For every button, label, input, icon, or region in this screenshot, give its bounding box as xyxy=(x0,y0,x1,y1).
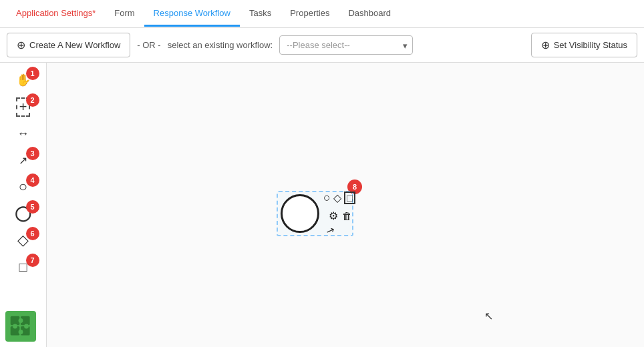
tool-circle-thick[interactable]: ◯ 5 xyxy=(5,202,42,226)
mini-rect-icon[interactable]: □ xyxy=(344,192,355,204)
nav-item-dashboard[interactable]: Dashboard xyxy=(339,1,400,27)
visibility-label: Set Visibility Status xyxy=(554,40,627,50)
nav-bar: Application Settings Form Response Workf… xyxy=(0,0,644,28)
canvas-area[interactable]: 8 ○ ◇ □ ⚙ 🗑 ↗ ↖ xyxy=(47,63,644,347)
move-icon: ↔ xyxy=(17,127,29,141)
tool-badge-3: 3 xyxy=(26,147,39,160)
nav-item-tasks[interactable]: Tasks xyxy=(240,1,281,27)
tool-connect[interactable]: ↗ 3 xyxy=(5,148,42,172)
nav-item-form[interactable]: Form xyxy=(105,1,144,27)
tool-move[interactable]: ↔ xyxy=(5,121,42,145)
mini-toolbar-top: ○ ◇ □ xyxy=(323,191,355,205)
create-workflow-button[interactable]: ⊕ Create A New Workflow xyxy=(7,33,130,57)
plus-circle-icon: ⊕ xyxy=(17,39,25,51)
tool-badge-1: 1 xyxy=(26,67,39,80)
tool-badge-2: 2 xyxy=(26,93,39,107)
create-workflow-label: Create A New Workflow xyxy=(29,40,120,50)
select-label: select an existing workflow: xyxy=(168,40,273,50)
tool-diamond[interactable]: ◇ 6 xyxy=(5,228,42,252)
workflow-select-wrapper[interactable]: --Please select-- xyxy=(279,35,413,55)
workflow-select[interactable]: --Please select-- xyxy=(279,35,413,55)
or-text: - OR - xyxy=(137,40,160,50)
tool-rect[interactable]: □ 7 xyxy=(5,255,42,279)
nav-item-app-settings[interactable]: Application Settings xyxy=(7,1,105,27)
svg-rect-0 xyxy=(11,316,20,326)
svg-point-6 xyxy=(24,324,29,329)
svg-point-5 xyxy=(13,324,17,329)
tool-badge-5: 5 xyxy=(26,200,39,214)
mini-connect-arrow[interactable]: ↗ xyxy=(326,225,335,237)
nav-item-properties[interactable]: Properties xyxy=(281,1,339,27)
mini-settings-icon[interactable]: ⚙ xyxy=(329,210,338,222)
svg-point-7 xyxy=(19,330,23,334)
nav-item-response-workflow[interactable]: Response Workflow xyxy=(144,1,240,27)
tool-badge-4: 4 xyxy=(26,174,39,187)
cursor: ↖ xyxy=(484,310,493,322)
tool-badge-6: 6 xyxy=(26,227,39,240)
visibility-plus-icon: ⊕ xyxy=(541,39,550,51)
svg-point-4 xyxy=(19,318,23,323)
puzzle-icon[interactable] xyxy=(5,311,36,342)
main-area: ✋ 1 + 2 ↔ ↗ 3 ○ 4 ◯ 5 ◇ 6 □ 7 xyxy=(0,63,644,347)
tool-hand[interactable]: ✋ 1 xyxy=(5,68,42,92)
set-visibility-button[interactable]: ⊕ Set Visibility Status xyxy=(531,33,637,57)
mini-toolbar-bottom: ⚙ 🗑 xyxy=(329,210,352,222)
mini-diamond-icon[interactable]: ◇ xyxy=(333,192,341,204)
workflow-node-circle[interactable] xyxy=(281,194,319,233)
mini-delete-icon[interactable]: 🗑 xyxy=(342,210,352,222)
mini-circle-icon[interactable]: ○ xyxy=(323,191,331,205)
tool-badge-7: 7 xyxy=(26,254,39,267)
tool-panel: ✋ 1 + 2 ↔ ↗ 3 ○ 4 ◯ 5 ◇ 6 □ 7 xyxy=(0,63,47,347)
tool-select[interactable]: + 2 xyxy=(5,95,42,119)
toolbar-row: ⊕ Create A New Workflow - OR - select an… xyxy=(0,28,644,63)
tool-circle-thin[interactable]: ○ 4 xyxy=(5,175,42,199)
